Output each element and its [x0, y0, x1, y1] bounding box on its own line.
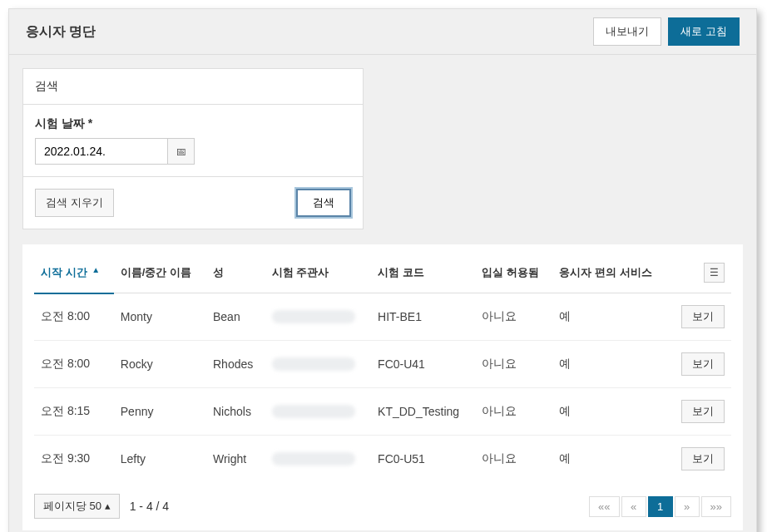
footer-left: 페이지당 50 ▴ 1 - 4 / 4 — [34, 494, 169, 519]
date-input-row: 📅︎ — [35, 138, 351, 165]
exam-date-label: 시험 날짜 * — [35, 116, 351, 131]
col-first-middle[interactable]: 이름/중간 이름 — [114, 251, 206, 293]
content-area: 검색 시험 날짜 * 📅︎ 검색 지우기 검색 — [9, 55, 756, 532]
cell-first: Monty — [114, 293, 206, 341]
cell-last: Rhodes — [206, 341, 265, 388]
cell-start: 오전 8:00 — [34, 293, 114, 341]
table-header-row: 시작 시간 ▲ 이름/중간 이름 성 시험 주관사 시험 코드 입실 허용됨 응… — [34, 251, 731, 293]
header-bar: 응시자 명단 내보내기 새로 고침 — [9, 9, 756, 55]
cell-start: 오전 9:30 — [34, 436, 114, 483]
col-exam-code[interactable]: 시험 코드 — [371, 251, 475, 293]
calendar-button[interactable]: 📅︎ — [168, 138, 195, 165]
cell-action: 보기 — [669, 341, 731, 388]
redacted-text — [272, 452, 355, 466]
search-footer: 검색 지우기 검색 — [23, 176, 363, 229]
header-actions: 내보내기 새로 고침 — [593, 17, 740, 46]
cell-sponsor — [265, 293, 371, 341]
redacted-text — [272, 405, 355, 418]
cell-code: KT_DD_Testing — [371, 388, 475, 436]
cell-accommodation: 예 — [552, 293, 669, 341]
export-button[interactable]: 내보내기 — [593, 17, 661, 46]
page-prev-button[interactable]: « — [621, 496, 646, 517]
exam-date-input[interactable] — [35, 138, 168, 165]
cell-last: Bean — [206, 293, 265, 341]
cell-accommodation: 예 — [552, 388, 669, 436]
roster-window: 응시자 명단 내보내기 새로 고침 검색 시험 날짜 * 📅︎ 검색 지우기 검… — [8, 8, 757, 532]
column-settings-button[interactable]: ☰ — [704, 263, 725, 283]
view-button[interactable]: 보기 — [681, 352, 725, 376]
page-next-button[interactable]: » — [675, 496, 700, 517]
sort-asc-icon: ▲ — [92, 265, 100, 274]
redacted-text — [272, 310, 355, 323]
page-size-button[interactable]: 페이지당 50 ▴ — [34, 494, 120, 519]
cell-code: FC0-U51 — [371, 436, 475, 483]
roster-table-wrap: 시작 시간 ▲ 이름/중간 이름 성 시험 주관사 시험 코드 입실 허용됨 응… — [22, 244, 743, 530]
table-row: 오전 8:15 Penny Nichols KT_DD_Testing 아니요 … — [34, 388, 731, 436]
cell-admission: 아니요 — [475, 293, 552, 341]
search-panel-title: 검색 — [23, 69, 363, 105]
cell-sponsor — [265, 341, 371, 388]
cell-start: 오전 8:15 — [34, 388, 114, 436]
table-body: 오전 8:00 Monty Bean HIT-BE1 아니요 예 보기 오전 8… — [34, 293, 731, 483]
col-accommodation[interactable]: 응시자 편의 서비스 — [552, 251, 669, 293]
col-start-time[interactable]: 시작 시간 ▲ — [34, 251, 114, 293]
page-first-button[interactable]: «« — [589, 496, 619, 517]
sliders-icon: ☰ — [710, 267, 719, 278]
cell-admission: 아니요 — [475, 436, 552, 483]
search-submit-button[interactable]: 검색 — [296, 189, 351, 217]
calendar-icon: 📅︎ — [176, 145, 186, 158]
cell-code: FC0-U41 — [371, 341, 475, 388]
cell-admission: 아니요 — [475, 341, 552, 388]
search-body: 시험 날짜 * 📅︎ — [23, 105, 363, 176]
col-last[interactable]: 성 — [206, 251, 265, 293]
cell-action: 보기 — [669, 293, 731, 341]
cell-sponsor — [265, 436, 371, 483]
cell-last: Wright — [206, 436, 265, 483]
cell-last: Nichols — [206, 388, 265, 436]
roster-table: 시작 시간 ▲ 이름/중간 이름 성 시험 주관사 시험 코드 입실 허용됨 응… — [34, 251, 731, 482]
cell-first: Rocky — [114, 341, 206, 388]
redacted-text — [272, 357, 355, 371]
page-last-button[interactable]: »» — [701, 496, 731, 517]
cell-admission: 아니요 — [475, 388, 552, 436]
cell-first: Lefty — [114, 436, 206, 483]
table-footer: 페이지당 50 ▴ 1 - 4 / 4 «« « 1 » »» — [34, 482, 731, 519]
page-info: 1 - 4 / 4 — [130, 500, 169, 513]
search-panel: 검색 시험 날짜 * 📅︎ 검색 지우기 검색 — [22, 68, 364, 229]
table-row: 오전 8:00 Rocky Rhodes FC0-U41 아니요 예 보기 — [34, 341, 731, 388]
view-button[interactable]: 보기 — [681, 305, 725, 328]
cell-accommodation: 예 — [552, 341, 669, 388]
cell-accommodation: 예 — [552, 436, 669, 483]
cell-start: 오전 8:00 — [34, 341, 114, 388]
col-sponsor[interactable]: 시험 주관사 — [265, 251, 371, 293]
clear-search-button[interactable]: 검색 지우기 — [35, 189, 114, 217]
cell-first: Penny — [114, 388, 206, 436]
col-start-time-label: 시작 시간 — [41, 266, 87, 278]
cell-action: 보기 — [669, 436, 731, 483]
view-button[interactable]: 보기 — [681, 400, 725, 423]
col-settings: ☰ — [669, 251, 731, 293]
col-admission[interactable]: 입실 허용됨 — [475, 251, 552, 293]
cell-sponsor — [265, 388, 371, 436]
pagination: «« « 1 » »» — [589, 496, 731, 517]
view-button[interactable]: 보기 — [681, 447, 725, 470]
refresh-button[interactable]: 새로 고침 — [668, 17, 740, 46]
page-number-button[interactable]: 1 — [648, 496, 673, 517]
page-title: 응시자 명단 — [26, 23, 96, 41]
table-row: 오전 9:30 Lefty Wright FC0-U51 아니요 예 보기 — [34, 436, 731, 483]
cell-code: HIT-BE1 — [371, 293, 475, 341]
table-row: 오전 8:00 Monty Bean HIT-BE1 아니요 예 보기 — [34, 293, 731, 341]
cell-action: 보기 — [669, 388, 731, 436]
